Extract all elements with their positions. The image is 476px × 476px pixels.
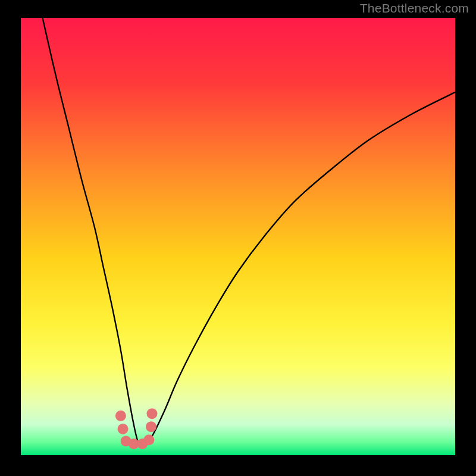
chart-background — [21, 18, 455, 455]
marker-dot — [146, 421, 156, 432]
chart-svg — [21, 18, 455, 455]
marker-dot — [143, 434, 154, 445]
marker-dot — [146, 408, 157, 419]
marker-dot — [118, 424, 129, 434]
chart-frame: TheBottleneck.com — [0, 0, 476, 476]
chart-plot-area — [21, 18, 455, 455]
marker-dot — [115, 411, 126, 421]
watermark-text: TheBottleneck.com — [360, 1, 469, 15]
